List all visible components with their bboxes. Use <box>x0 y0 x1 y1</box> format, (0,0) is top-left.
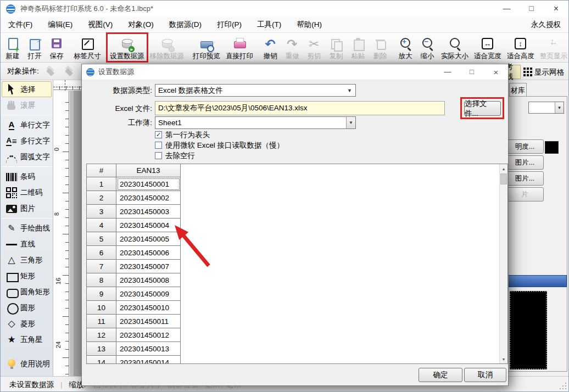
row-value-cell[interactable]: 202301450008 <box>116 273 181 287</box>
row-index-cell[interactable]: 12 <box>87 328 116 342</box>
checkbox-row[interactable]: ✓第一行为表头 <box>155 130 284 140</box>
tool-rounded-rect[interactable]: 圆角矩形 <box>2 284 52 300</box>
tool-curve[interactable]: ✎手绘曲线 <box>2 220 52 236</box>
row-index-cell[interactable]: 9 <box>87 287 116 301</box>
tool-line[interactable]: 直线 <box>2 236 52 252</box>
menu-item[interactable]: 对象(O) <box>120 18 161 32</box>
toolbar-button-undo[interactable]: ↶撤销 <box>259 33 281 62</box>
material-panel-button[interactable]: 图片... <box>506 155 544 170</box>
tool-qrcode[interactable]: 二维码 <box>2 184 52 200</box>
tool-circle[interactable]: 圆形 <box>2 300 52 316</box>
row-value-cell[interactable]: 202301450002 <box>116 191 181 205</box>
row-index-cell[interactable]: 1 <box>87 177 116 191</box>
row-value-cell[interactable]: 202301450014 <box>116 356 181 363</box>
tab-material-library[interactable]: 材库 <box>509 83 527 97</box>
toolbar-button-fit-width[interactable]: ↔适合宽度 <box>471 33 504 62</box>
material-combobox[interactable]: ▼ <box>528 102 564 114</box>
toolbar-button-zoom-actual[interactable]: 实际大小 <box>438 33 471 62</box>
tool-help[interactable]: 使用说明 <box>2 356 54 372</box>
row-index-cell[interactable]: 13 <box>87 342 116 356</box>
tool-diamond[interactable]: ◇菱形 <box>2 316 52 332</box>
scrollbar-thumb[interactable] <box>500 173 507 184</box>
material-panel-button[interactable]: 明度... <box>506 139 544 154</box>
row-value-cell[interactable]: 202301450010 <box>116 301 181 315</box>
show-grid-button[interactable]: 显示网格 <box>534 68 564 77</box>
tool-text-single[interactable]: A单行文字 <box>2 117 52 133</box>
toolbar-button-open[interactable]: 打开 <box>24 33 46 62</box>
material-panel-button[interactable]: 图片... <box>506 171 544 186</box>
row-value-cell[interactable]: 202301450005 <box>116 232 181 246</box>
toolbar-button-save[interactable]: 保存 <box>46 33 68 62</box>
toolbar-button-label-size[interactable]: 标签尺寸 <box>71 33 104 62</box>
toolbar-button-print-preview[interactable]: 打印预览 <box>190 33 223 62</box>
dialog-maximize-button[interactable]: □ <box>460 68 484 77</box>
window-close-button[interactable]: × <box>544 4 568 14</box>
worksheet-select[interactable]: Sheet1 ▼ <box>155 116 356 129</box>
checkbox-unchecked-icon[interactable] <box>155 152 162 159</box>
menu-item[interactable]: 编辑(E) <box>40 18 80 32</box>
toolbar-button-db-set[interactable]: ▶设置数据源 <box>107 33 147 62</box>
tool-rect[interactable]: 矩形 <box>2 268 52 284</box>
chevron-down-icon[interactable]: ▼ <box>555 102 564 113</box>
row-value-cell[interactable]: 202301450006 <box>116 246 181 260</box>
checkbox-unchecked-icon[interactable] <box>155 142 162 149</box>
row-index-cell[interactable]: 7 <box>87 260 116 273</box>
choose-file-button[interactable]: 选择文件... <box>464 101 501 116</box>
excel-file-path-field[interactable]: D:\文章发布平台\2023\05月\0506\EAN13.xlsx <box>155 101 445 115</box>
checkbox-row[interactable]: 使用微软 Excel 接口读取数据（慢） <box>155 140 284 150</box>
tool-star[interactable]: ★五角星 <box>2 332 52 348</box>
menu-item[interactable]: 打印(P) <box>209 18 249 32</box>
menu-item[interactable]: 数据源(D) <box>161 18 209 32</box>
tool-text-arc[interactable]: 圆弧文字 <box>2 149 52 165</box>
source-type-select[interactable]: Excel 数据表格文件 ▼ <box>155 84 356 97</box>
dialog-close-button[interactable]: × <box>484 68 508 77</box>
row-value-cell[interactable]: 202301450013 <box>116 342 181 356</box>
table-scrollbar[interactable]: ▲ ▼ <box>499 164 507 363</box>
tool-image[interactable]: 图片 <box>2 200 52 216</box>
ok-button[interactable]: 确定 <box>419 368 462 382</box>
column-header[interactable]: EAN13 <box>116 164 181 177</box>
row-index-cell[interactable]: 10 <box>87 301 116 315</box>
row-value-cell[interactable]: 202301450001 <box>116 177 181 191</box>
row-value-cell[interactable]: 202301450007 <box>116 260 181 273</box>
row-value-cell[interactable]: 202301450012 <box>116 328 181 342</box>
scroll-up-icon[interactable]: ▲ <box>500 164 507 173</box>
row-index-cell[interactable]: 14 <box>87 356 116 363</box>
row-index-cell[interactable]: 8 <box>87 273 116 287</box>
resize-grip[interactable] <box>565 388 566 389</box>
toolbar-button-fit-height[interactable]: ↕适合高度 <box>504 33 537 62</box>
row-value-cell[interactable]: 202301450009 <box>116 287 181 301</box>
row-index-cell[interactable]: 2 <box>87 191 116 205</box>
row-index-cell[interactable]: 5 <box>87 232 116 246</box>
window-minimize-button[interactable]: — <box>494 4 519 14</box>
cancel-button[interactable]: 取消 <box>464 368 506 382</box>
checkbox-row[interactable]: 去除空行 <box>155 150 284 161</box>
tool-text-multi[interactable]: A≡多行文字 <box>2 133 52 149</box>
row-index-cell[interactable]: 6 <box>87 246 116 260</box>
scroll-down-icon[interactable]: ▼ <box>500 355 507 363</box>
row-value-cell[interactable]: 202301450003 <box>116 205 181 219</box>
window-maximize-button[interactable]: □ <box>519 4 544 14</box>
row-value-cell[interactable]: 202301450011 <box>116 315 181 328</box>
menu-item[interactable]: 工具(T) <box>249 18 289 32</box>
toolbar-button-new[interactable]: 新建 <box>2 33 24 62</box>
selection-bar[interactable] <box>508 275 567 287</box>
color-swatch[interactable] <box>545 141 559 154</box>
checkbox-checked-icon[interactable]: ✓ <box>155 131 162 138</box>
toolbar-button-zoom-in[interactable]: +放大 <box>394 33 416 62</box>
chevron-down-icon[interactable]: ▼ <box>346 117 355 128</box>
dialog-minimize-button[interactable]: — <box>436 68 460 77</box>
row-index-cell[interactable]: 3 <box>87 205 116 219</box>
row-value-cell[interactable]: 202301450004 <box>116 219 181 232</box>
menu-item[interactable]: 文件(F) <box>1 18 40 32</box>
toolbar-button-zoom-out[interactable]: −缩小 <box>416 33 438 62</box>
tool-barcode[interactable]: 条码 <box>2 169 52 184</box>
column-header[interactable]: # <box>87 164 116 177</box>
menu-item[interactable]: 视图(V) <box>80 18 120 32</box>
tool-triangle[interactable]: △三角形 <box>2 252 52 268</box>
row-index-cell[interactable]: 11 <box>87 315 116 328</box>
tool-select[interactable]: 选择 <box>2 81 52 97</box>
toolbar-button-print[interactable]: 直接打印 <box>223 33 256 62</box>
row-index-cell[interactable]: 4 <box>87 219 116 232</box>
menu-item[interactable]: 帮助(H) <box>289 18 330 32</box>
